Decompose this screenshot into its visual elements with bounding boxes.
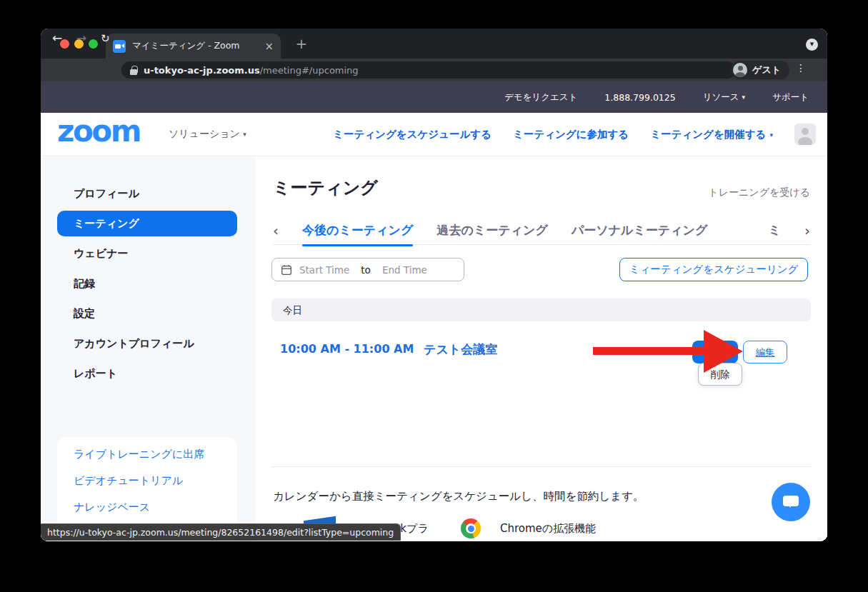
sidebar-item-settings[interactable]: 設定: [74, 307, 95, 321]
speech-bubble-icon: [783, 496, 799, 506]
edit-button[interactable]: 編集: [743, 341, 787, 363]
page-content: デモをリクエスト 1.888.799.0125 リソース ▾ サポート zoom…: [41, 81, 827, 541]
knowledge-base-link[interactable]: ナレッジベース: [74, 501, 150, 514]
date-group-header: 今日: [271, 298, 811, 321]
browser-window: マイミーティング - Zoom × + ▼ ← → ↻ u-tokyo-ac-j…: [41, 29, 827, 541]
chat-support-button[interactable]: [772, 483, 810, 521]
calendar-promo-text: カレンダーから直接ミーティングをスケジュールし、時間を節約します。: [273, 489, 644, 504]
end-time-input[interactable]: End Time: [382, 264, 427, 276]
guest-profile-button[interactable]: ゲスト: [731, 61, 789, 79]
body-area: プロフィール ミーティング ウェビナー 記録 設定 アカウントプロフィール レポ…: [41, 156, 827, 541]
tab-close-icon[interactable]: ×: [264, 40, 274, 53]
support-link[interactable]: サポート: [772, 91, 809, 104]
join-meeting-link[interactable]: ミーティングに参加する: [513, 128, 629, 141]
meeting-tabs: ‹ 今後のミーティング 過去のミーティング パーソナルミーティング ミ ›: [273, 216, 810, 245]
red-arrow-head: [704, 330, 743, 373]
tab-truncated[interactable]: ミ: [769, 222, 781, 239]
new-tab-button[interactable]: +: [292, 34, 311, 53]
chevron-down-icon: ▾: [243, 131, 246, 138]
tab-title: マイミーティング - Zoom: [132, 40, 260, 52]
calendar-icon: [281, 264, 292, 276]
meeting-topic-link[interactable]: テスト会議室: [424, 341, 497, 358]
main-content: ミーティング トレーニングを受ける ‹ 今後のミーティング 過去のミーティング …: [255, 156, 827, 541]
address-bar[interactable]: u-tokyo-ac-jp.zoom.us /meeting#/upcoming: [121, 61, 736, 79]
request-demo-link[interactable]: デモをリクエスト: [504, 91, 577, 104]
resources-menu[interactable]: リソース ▾: [703, 91, 745, 104]
browser-menu-icon[interactable]: ⋮: [796, 62, 806, 74]
site-header: zoom ソリューション ▾ ミーティングをスケジュールする ミーティングに参加…: [41, 113, 827, 156]
tab-personal[interactable]: パーソナルミーティング: [572, 222, 708, 239]
sidebar-item-meetings[interactable]: ミーティング: [57, 211, 237, 236]
back-button[interactable]: ←: [52, 31, 62, 45]
guest-avatar-icon: [733, 63, 747, 77]
host-meeting-menu[interactable]: ミーティングを開催する ▾: [650, 128, 773, 141]
status-bar-url: https://u-tokyo-ac-jp.zoom.us/meeting/82…: [41, 523, 401, 541]
chevron-right-icon[interactable]: ›: [804, 222, 810, 239]
tab-upcoming[interactable]: 今後のミーティング: [302, 222, 413, 239]
solutions-menu[interactable]: ソリューション ▾: [169, 128, 246, 141]
sidebar-item-account-profile[interactable]: アカウントプロフィール: [74, 337, 194, 351]
chevron-down-icon: ▾: [769, 131, 773, 139]
tab-search-icon[interactable]: ▼: [806, 39, 818, 51]
chevron-down-icon: ▾: [742, 94, 746, 101]
phone-number-link[interactable]: 1.888.799.0125: [604, 92, 675, 103]
sidebar: プロフィール ミーティング ウェビナー 記録 設定 アカウントプロフィール レポ…: [41, 156, 255, 541]
url-domain: u-tokyo-ac-jp.zoom.us: [144, 65, 260, 76]
to-label: to: [361, 264, 371, 276]
url-path: /meeting#/upcoming: [260, 65, 359, 76]
zoom-favicon-icon: [113, 40, 126, 53]
forward-button[interactable]: →: [76, 31, 86, 45]
chevron-left-icon[interactable]: ‹: [273, 222, 279, 239]
top-utility-bar: デモをリクエスト 1.888.799.0125 リソース ▾ サポート: [41, 81, 827, 113]
header-links: ミーティングをスケジュールする ミーティングに参加する ミーティングを開催する …: [333, 124, 816, 145]
schedule-meeting-button[interactable]: ミィーティングをスケジューリング: [619, 258, 808, 281]
schedule-meeting-link[interactable]: ミーティングをスケジュールする: [333, 128, 492, 141]
section-divider: [271, 466, 811, 467]
get-training-link[interactable]: トレーニングを受ける: [708, 186, 810, 199]
guest-label: ゲスト: [752, 64, 781, 76]
tab-previous[interactable]: 過去のミーティング: [437, 222, 547, 239]
lock-icon: [130, 66, 137, 75]
date-range-picker[interactable]: Start Time to End Time: [271, 258, 464, 281]
live-training-link[interactable]: ライブトレーニングに出席: [74, 448, 204, 461]
sidebar-item-recordings[interactable]: 記録: [74, 277, 95, 291]
zoom-logo[interactable]: zoom: [57, 118, 140, 151]
page-title: ミーティング: [273, 176, 378, 199]
chrome-icon: [461, 518, 481, 538]
sidebar-item-reports[interactable]: レポート: [74, 367, 117, 381]
user-avatar[interactable]: [794, 124, 816, 145]
sidebar-item-webinars[interactable]: ウェビナー: [74, 247, 128, 261]
meeting-time: 10:00 AM - 11:00 AM: [280, 342, 414, 356]
maximize-window-button[interactable]: [89, 39, 98, 49]
sidebar-item-profile[interactable]: プロフィール: [74, 187, 139, 201]
video-tutorials-link[interactable]: ビデオチュートリアル: [74, 474, 183, 488]
browser-tab[interactable]: マイミーティング - Zoom ×: [106, 34, 281, 59]
reload-button[interactable]: ↻: [101, 32, 110, 45]
red-arrow-annotation: [593, 347, 707, 355]
tab-strip: マイミーティング - Zoom × + ▼: [41, 29, 827, 59]
chrome-extension-link[interactable]: Chromeの拡張機能: [500, 522, 596, 536]
start-time-input[interactable]: Start Time: [299, 264, 349, 276]
